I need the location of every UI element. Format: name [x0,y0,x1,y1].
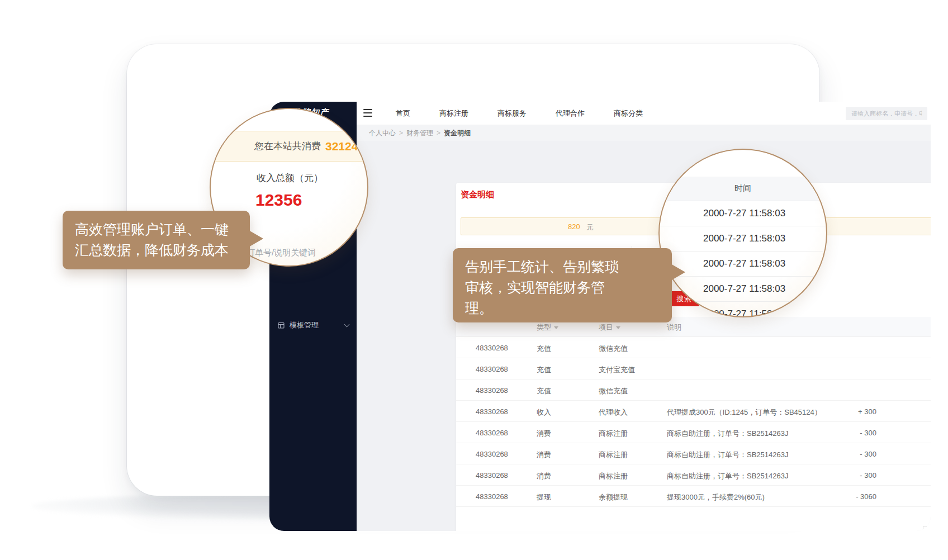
cell-balance: ¥12231 [928,450,931,458]
cell-project: 商标注册 [599,429,628,439]
table-row: 48330268 消费 商标注册 商标自助注册，订单号：SB2514263J -… [456,464,931,486]
time-value: 2000-7-27 11:58:03 [703,208,785,219]
pagination: < 1 2 3 4 5 [923,526,931,531]
table-row: 48330268 充值 微信充值 2000-7-27 11:58:03 [456,379,931,401]
banner-prefix: 您在本站共消费 [254,140,321,153]
cell-order-number: 48330268 [476,407,508,416]
table-row: 48330268 充值 支付宝充值 2000-7-27 11:58:03 [456,358,931,379]
cell-type: 充值 [537,344,551,354]
cell-order-number: 48330268 [476,492,508,501]
breadcrumb-part[interactable]: 财务管理 [406,129,433,138]
banner-amount-tail: 820 [568,222,580,231]
time-value: 2000-7-27 11:58:03 [703,283,785,295]
hamburger-menu-icon[interactable] [363,109,372,117]
cell-type: 充值 [537,365,551,375]
magnified-banner: 您在本站共消费 32124 元 [210,131,368,162]
time-row: 2000-7-27 11:58:03 [660,201,826,226]
cell-description: 商标自助注册，订单号：SB2514263J [667,471,788,481]
time-row: 2000-7-27 11:58:03 [660,226,826,251]
callout-left: 高效管理账户订单、一键 汇总数据，降低财务成本 [63,211,250,269]
cell-description: 商标自助注册，订单号：SB2514263J [667,429,788,439]
top-nav-item[interactable]: 商标注册 [425,108,483,118]
callout-right: 告别手工统计、告别繁琐 审核，实现智能财务管 理。 [453,248,672,322]
sidebar-item-label: 模板管理 [290,320,319,330]
breadcrumb-separator: > [437,129,440,137]
cell-project: 支付宝充值 [599,365,635,375]
cell-balance: ¥12231 [928,471,931,480]
table-header-time: 时间 [660,177,826,201]
top-navigation: 首页 商标注册 商标服务 代理合作 商标分类 [381,102,657,125]
cell-type: 消费 [537,429,551,439]
cell-description: 商标自助注册，订单号：SB2514263J [667,450,788,460]
top-nav-item[interactable]: 首页 [381,108,425,118]
cell-description: 代理提成300元（ID:1245，订单号：SB45124） [667,407,822,417]
search-input[interactable] [846,107,927,120]
cell-amount: - 300 [825,450,876,458]
cell-order-number: 48330268 [476,450,508,458]
cell-project: 微信充值 [599,344,628,354]
top-nav-item[interactable]: 商标服务 [483,108,541,118]
cell-amount: - 300 [825,471,876,480]
page-title: 资金明细 [461,189,494,200]
cell-project: 商标注册 [599,450,628,460]
callout-left-text: 高效管理账户订单、一键 汇总数据，降低财务成本 [63,211,250,269]
cell-order-number: 48330268 [476,386,508,395]
callout-arrow-right-icon [671,264,685,281]
callout-right-text: 告别手工统计、告别繁琐 审核，实现智能财务管 理。 [453,248,672,327]
cell-type: 收入 [537,407,551,417]
magnifier-circle-right: 时间 2000-7-27 11:58:03 2000-7-27 11:58:03… [658,149,827,317]
banner-unit: 元 [586,222,594,232]
main-area: 资金明细 820 元 （元） 可用余额（元） 376 搜索 导出 类型 [357,141,931,531]
cell-amount: - 3060 [825,492,876,501]
cell-order-number: 48330268 [476,429,508,437]
template-icon [277,321,285,329]
page: 头牌知产 账户管理 财务管理 [0,0,948,560]
chevron-down-icon [344,322,350,328]
cell-project: 商标注册 [599,471,628,481]
time-value: 2000-7-27 11:58:03 [703,258,785,269]
cell-type: 充值 [537,386,551,396]
cell-project: 代理收入 [599,407,628,417]
cell-order-number: 48330268 [476,344,508,352]
top-nav-item[interactable]: 代理合作 [541,108,599,118]
stat-income-label: 收入总额（元） [257,172,323,184]
top-nav-item[interactable]: 商标分类 [599,108,657,118]
cell-type: 消费 [537,471,551,481]
cell-amount: + 300 [825,407,876,416]
table-row: 48330268 收入 代理收入 代理提成300元（ID:1245，订单号：SB… [456,401,931,422]
table-row: 48330268 消费 商标注册 商标自助注册，订单号：SB2514263J -… [456,422,931,443]
pagination-prev[interactable]: < [923,526,931,531]
table-header-order: 订单号/说明关键词 [247,248,316,258]
breadcrumb-part[interactable]: 个人中心 [369,129,396,138]
callout-arrow-right-icon [249,230,263,247]
cell-balance: ¥12231 [928,429,931,437]
cell-project: 微信充值 [599,386,628,396]
time-value: 2000-7-27 11:58:03 [703,233,785,244]
table-row: 48330268 提现 余额提现 提现3000元，手续费2%(60元) - 30… [456,486,931,507]
sidebar-item-template[interactable]: 模板管理 [269,316,357,334]
cell-type: 消费 [537,450,551,460]
banner-amount: 32124 [325,140,358,153]
cell-balance: ¥12231 [928,407,931,416]
cell-description: 提现3000元，手续费2%(60元) [667,492,765,502]
cell-type: 提现 [537,492,551,502]
cell-order-number: 48330268 [476,365,508,373]
stat-income-value: 12356 [255,191,302,210]
table-body: 48330268 充值 微信充值 2000-7-27 11:58:03 4833… [456,337,931,507]
breadcrumb-separator: > [399,129,403,137]
cell-order-number: 48330268 [476,471,508,480]
breadcrumb: 个人中心 > 财务管理 > 资金明细 [357,125,931,141]
topbar: 首页 商标注册 商标服务 代理合作 商标分类 [357,102,931,125]
cell-project: 余额提现 [599,492,628,502]
cell-amount: - 300 [825,429,876,437]
table-row: 48330268 充值 微信充值 2000-7-27 11:58:03 [456,337,931,358]
cell-balance: ¥12231 [928,492,931,501]
breadcrumb-current: 资金明细 [444,129,471,138]
table-row: 48330268 消费 商标注册 商标自助注册，订单号：SB2514263J -… [456,443,931,464]
